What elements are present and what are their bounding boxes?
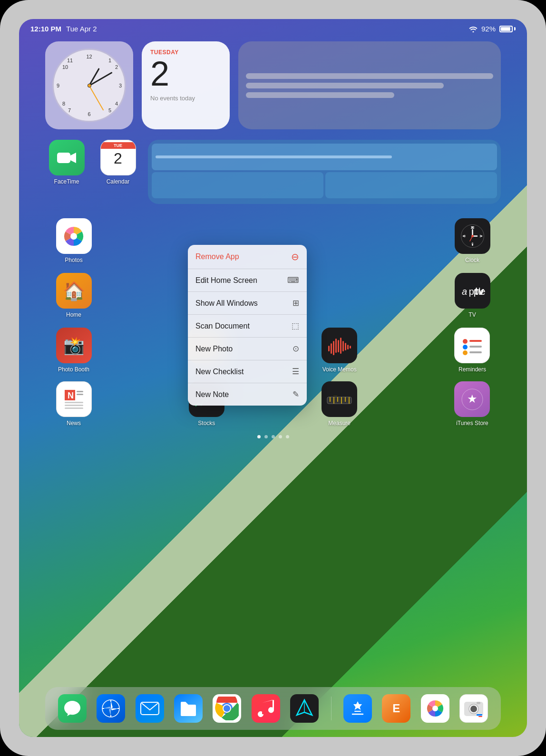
dock-vectornator[interactable] xyxy=(290,694,319,723)
svg-rect-22 xyxy=(335,339,337,353)
page-dots xyxy=(45,435,501,438)
ctx-scan-doc[interactable]: Scan Document ⬚ xyxy=(188,315,307,338)
screen: 12:10 PM Tue Apr 2 92% xyxy=(19,19,527,737)
widgets-row: 12 3 6 9 1 11 2 10 4 5 8 7 xyxy=(45,41,501,129)
dot-4 xyxy=(279,435,282,438)
dock-messages[interactable] xyxy=(58,694,87,723)
tv-item: a pple tv TV xyxy=(448,273,496,318)
appletv-svg: a pple tv xyxy=(459,281,486,300)
dot-2 xyxy=(264,435,268,438)
ctx-new-photo-label: New Photo xyxy=(195,345,233,353)
stocks-label: Stocks xyxy=(198,420,215,426)
photobooth-label: Photo Booth xyxy=(58,366,89,373)
calendar-icon[interactable]: TUE 2 xyxy=(100,140,136,175)
svg-rect-75 xyxy=(478,716,482,717)
ctx-edit-home[interactable]: Edit Home Screen ⌨ xyxy=(188,269,307,292)
dock-music[interactable] xyxy=(252,694,280,723)
clock-label: Clock xyxy=(465,257,479,263)
svg-rect-27 xyxy=(347,345,349,349)
ctx-new-checklist-label: New Checklist xyxy=(195,368,244,376)
tv-icon[interactable]: a pple tv xyxy=(455,273,490,309)
clock-icon[interactable]: 12 3 6 9 xyxy=(455,218,490,254)
clock-widget[interactable]: 12 3 6 9 1 11 2 10 4 5 8 7 xyxy=(45,41,133,129)
svg-rect-19 xyxy=(328,346,330,351)
reminders-label: Reminders xyxy=(458,366,486,373)
facetime-label: FaceTime xyxy=(54,178,79,185)
svg-text:9: 9 xyxy=(464,234,466,238)
photos-label: Photos xyxy=(65,257,82,263)
itunes-icon[interactable]: ★ xyxy=(454,381,490,417)
facetime-icon[interactable] xyxy=(49,140,85,175)
ctx-edit-home-icon: ⌨ xyxy=(287,275,299,285)
dock-safari[interactable] xyxy=(97,694,125,723)
svg-point-29 xyxy=(463,339,468,344)
dock-appstore[interactable] xyxy=(343,694,372,723)
cal-no-events: No events today xyxy=(150,95,221,102)
voicememos-item: Voice Memos xyxy=(316,328,363,373)
svg-text:N: N xyxy=(68,391,74,400)
svg-text:6: 6 xyxy=(471,242,473,245)
status-left: 12:10 PM Tue Apr 2 xyxy=(30,25,97,33)
news-icon[interactable]: N xyxy=(56,381,92,417)
ctx-scan-doc-icon: ⬚ xyxy=(292,321,299,331)
dock-camera[interactable] xyxy=(459,694,488,723)
svg-marker-56 xyxy=(111,708,118,710)
dock-files[interactable] xyxy=(174,694,203,723)
wifi-icon xyxy=(469,26,478,32)
clock-item: 12 3 6 9 Clock xyxy=(448,218,496,263)
calendar-widget[interactable]: TUESDAY 2 No events today xyxy=(142,41,230,129)
itunes-label: iTunes Store xyxy=(456,420,488,426)
news-item: N News xyxy=(50,381,98,426)
voicememos-icon[interactable] xyxy=(322,328,357,363)
svg-point-12 xyxy=(471,235,474,237)
measure-svg: ..... xyxy=(326,392,352,407)
dot-5 xyxy=(286,435,289,438)
measure-label: Measure xyxy=(328,420,351,426)
ctx-new-note-icon: ✎ xyxy=(292,389,299,399)
svg-rect-39 xyxy=(65,402,83,403)
ctx-show-windows-icon: ⊞ xyxy=(292,298,299,308)
cal-date-num: 2 xyxy=(150,57,221,91)
dock-mail[interactable] xyxy=(136,694,164,723)
dock-etsy[interactable]: E xyxy=(382,694,410,723)
ctx-new-checklist[interactable]: New Checklist ☰ xyxy=(188,360,307,383)
measure-icon[interactable]: ..... xyxy=(322,381,357,417)
svg-rect-23 xyxy=(338,340,339,352)
context-menu: Remove App ⊖ Edit Home Screen ⌨ Show All… xyxy=(188,245,307,406)
row2: FaceTime TUE 2 Calendar xyxy=(45,140,501,204)
ctx-new-note-label: New Note xyxy=(195,390,229,399)
svg-rect-38 xyxy=(77,394,83,395)
svg-rect-42 xyxy=(327,397,351,404)
ctx-new-photo-icon: ⊙ xyxy=(292,344,299,354)
ctx-new-checklist-icon: ☰ xyxy=(292,367,299,377)
dock-photos[interactable] xyxy=(421,694,449,723)
svg-point-2 xyxy=(70,233,77,240)
clock-second-hand xyxy=(89,85,104,110)
ctx-remove-label: Remove App xyxy=(195,252,239,261)
svg-marker-53 xyxy=(111,701,113,708)
battery-percent: 92% xyxy=(481,25,496,33)
ctx-show-windows[interactable]: Show All Windows ⊞ xyxy=(188,292,307,315)
home-icon[interactable]: 🏠 xyxy=(56,273,92,309)
svg-rect-24 xyxy=(340,338,341,354)
ctx-remove-app[interactable]: Remove App ⊖ xyxy=(188,245,307,269)
svg-text:12: 12 xyxy=(470,226,474,229)
dock: E xyxy=(45,687,501,730)
ctx-new-note[interactable]: New Note ✎ xyxy=(188,383,307,406)
ctx-show-windows-label: Show All Windows xyxy=(195,299,258,308)
time-display: 12:10 PM xyxy=(30,25,61,33)
itunes-svg: ★ xyxy=(460,388,484,411)
ctx-new-photo[interactable]: New Photo ⊙ xyxy=(188,338,307,360)
svg-marker-55 xyxy=(103,707,111,708)
calendar-col: TUE 2 Calendar xyxy=(97,140,139,185)
home-item: 🏠 Home xyxy=(50,273,98,318)
photobooth-icon[interactable]: 📸 xyxy=(56,328,92,363)
svg-point-72 xyxy=(470,706,477,712)
dock-chrome[interactable] xyxy=(213,694,241,723)
large-widget xyxy=(238,41,501,129)
dot-1 xyxy=(257,435,261,438)
photos-icon[interactable] xyxy=(56,218,92,254)
reminders-icon[interactable] xyxy=(454,328,490,363)
reminders-item: Reminders xyxy=(448,328,496,373)
photos-item: Photos xyxy=(50,218,98,263)
